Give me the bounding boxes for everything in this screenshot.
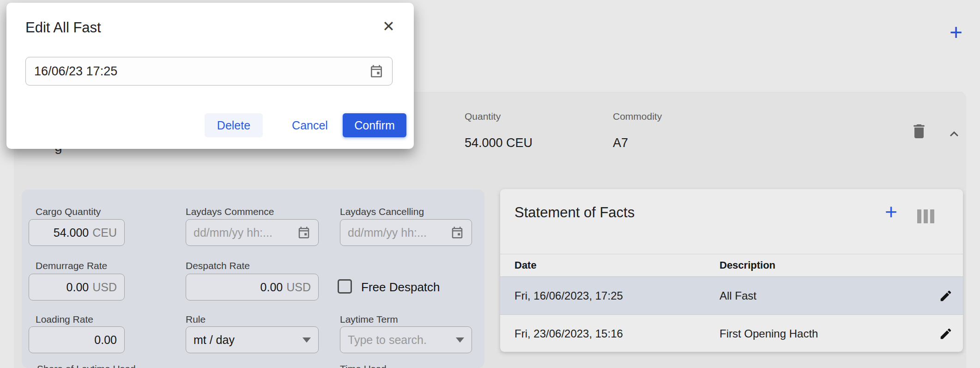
- cargo-quantity-label: Cargo Quantity: [36, 206, 101, 217]
- chevron-down-icon: [456, 337, 464, 343]
- datetime-field[interactable]: [25, 57, 393, 86]
- sof-row-description: First Opening Hacth: [720, 327, 818, 340]
- loading-rate-value: 0.00: [94, 333, 117, 347]
- rule-label: Rule: [186, 314, 206, 325]
- statement-of-facts-title: Statement of Facts: [514, 204, 635, 221]
- chevron-up-icon: [946, 137, 962, 144]
- cargo-quantity-unit: CEU: [92, 226, 117, 239]
- free-despatch-checkbox[interactable]: [338, 279, 352, 294]
- cargo-quantity-value: 54.000: [54, 226, 89, 239]
- sof-row-date: Fri, 16/06/2023, 17:25: [514, 289, 623, 302]
- close-icon[interactable]: ✕: [380, 15, 398, 38]
- collapse-section-button[interactable]: [946, 126, 962, 142]
- laydays-commence-placeholder: dd/mm/yy hh:...: [194, 226, 292, 239]
- statement-of-facts-card: Statement of Facts + Date Description Fr…: [500, 189, 963, 352]
- rule-value: mt / day: [194, 333, 235, 347]
- laytime-term-select[interactable]: Type to search.: [340, 326, 472, 353]
- add-sof-entry-button[interactable]: +: [885, 199, 897, 224]
- demurrage-rate-unit: USD: [92, 281, 117, 294]
- quantity-value: 54.000 CEU: [465, 136, 532, 150]
- delete-button[interactable]: Delete: [205, 113, 263, 137]
- rule-select[interactable]: mt / day: [186, 326, 319, 353]
- calendar-icon[interactable]: [369, 64, 384, 79]
- despatch-rate-input[interactable]: 0.00 USD: [186, 274, 319, 301]
- trash-icon: [910, 136, 928, 143]
- free-despatch-label: Free Despatch: [361, 280, 440, 294]
- sof-row-date: Fri, 23/06/2023, 15:16: [514, 327, 623, 340]
- laydays-commence-label: Laydays Commence: [186, 206, 274, 217]
- loading-rate-label: Loading Rate: [36, 314, 93, 325]
- despatch-rate-value: 0.00: [260, 281, 283, 294]
- sof-table: Date Description Fri, 16/06/2023, 17:25 …: [500, 254, 963, 353]
- commodity-value: A7: [613, 136, 628, 150]
- description-column-header: Description: [720, 259, 775, 271]
- laydays-cancelling-label: Laydays Cancelling: [340, 206, 424, 217]
- pencil-icon: [939, 297, 953, 304]
- demurrage-rate-label: Demurrage Rate: [36, 260, 107, 271]
- despatch-rate-unit: USD: [286, 281, 311, 294]
- share-of-laytime-used-label: Share of Laytime Used: [37, 363, 136, 368]
- time-used-label: Time Used: [340, 363, 387, 368]
- quantity-label: Quantity: [465, 111, 501, 122]
- laytime-term-label: Laytime Term: [340, 314, 398, 325]
- dialog-title: Edit All Fast: [25, 19, 101, 36]
- edit-row-button[interactable]: [939, 289, 953, 303]
- cargo-quantity-input[interactable]: 54.000 CEU: [29, 219, 125, 246]
- laytime-form-panel: Cargo Quantity 54.000 CEU Laydays Commen…: [22, 190, 484, 368]
- datetime-input[interactable]: [34, 64, 364, 79]
- laydays-cancelling-input[interactable]: dd/mm/yy hh:...: [340, 219, 472, 246]
- demurrage-rate-input[interactable]: 0.00 USD: [29, 274, 125, 301]
- table-columns-icon[interactable]: [917, 209, 934, 223]
- confirm-button[interactable]: Confirm: [343, 113, 406, 137]
- laydays-cancelling-placeholder: dd/mm/yy hh:...: [348, 226, 446, 239]
- edit-all-fast-dialog: Edit All Fast ✕ Delete Cancel Confirm: [6, 3, 414, 149]
- laytime-term-placeholder: Type to search.: [348, 333, 456, 347]
- delete-cargo-button[interactable]: [910, 121, 928, 141]
- demurrage-rate-value: 0.00: [67, 281, 89, 294]
- calendar-icon[interactable]: [297, 226, 311, 239]
- cancel-button[interactable]: Cancel: [283, 113, 337, 137]
- table-row[interactable]: Fri, 16/06/2023, 17:25 All Fast: [500, 277, 963, 315]
- despatch-rate-label: Despatch Rate: [186, 260, 250, 271]
- chevron-down-icon: [302, 337, 311, 343]
- sof-table-header: Date Description: [500, 254, 963, 277]
- add-cargo-button[interactable]: +: [950, 19, 962, 45]
- loading-rate-input[interactable]: 0.00: [29, 326, 125, 353]
- edit-row-button[interactable]: [939, 327, 953, 341]
- calendar-icon[interactable]: [450, 226, 464, 239]
- app-screen: g + Quantity 54.000 CEU Commodity A7: [0, 0, 980, 368]
- date-column-header: Date: [514, 259, 537, 271]
- sof-row-description: All Fast: [720, 289, 756, 302]
- pencil-icon: [939, 335, 953, 342]
- commodity-label: Commodity: [613, 111, 662, 122]
- laydays-commence-input[interactable]: dd/mm/yy hh:...: [186, 219, 319, 246]
- table-row[interactable]: Fri, 23/06/2023, 15:16 First Opening Hac…: [500, 315, 963, 353]
